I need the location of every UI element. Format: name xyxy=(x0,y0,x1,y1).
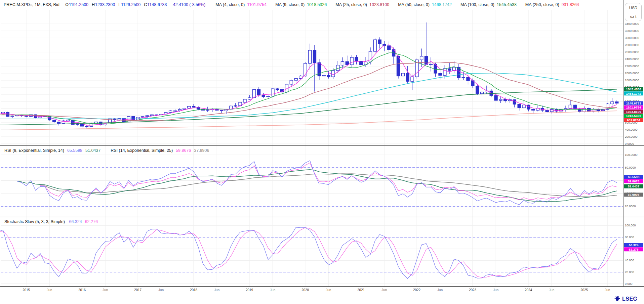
svg-text:100.000: 100.000 xyxy=(625,224,636,227)
candle-body xyxy=(420,56,423,60)
svg-text:Jun: Jun xyxy=(549,288,554,292)
svg-text:20.000: 20.000 xyxy=(625,270,634,274)
price-tag: 65.5598 xyxy=(624,175,643,179)
candle-body xyxy=(411,77,414,82)
lseg-crest-icon xyxy=(614,296,620,302)
price-tag: 62.276 xyxy=(624,247,643,251)
candle-body xyxy=(327,75,330,77)
candle-body xyxy=(439,73,442,75)
candle-body xyxy=(569,105,572,109)
currency-label: USD xyxy=(625,6,641,10)
rsi-legend-group[interactable]: RSI (9, Exponential, Simple, 14)65.55985… xyxy=(4,148,100,153)
stoch-label[interactable]: Stochastic Slow (5, 3, 3, Simple) xyxy=(4,219,65,224)
candle-body xyxy=(67,120,70,121)
svg-text:3000.0000: 3000.0000 xyxy=(625,36,639,40)
price-tag: 1545.4538 xyxy=(624,87,643,91)
candle-body xyxy=(532,109,535,110)
candle-body xyxy=(499,99,502,100)
svg-text:200.0000: 200.0000 xyxy=(625,135,638,138)
candle-body xyxy=(267,96,270,97)
price-tag: 931.8264 xyxy=(624,118,643,122)
candle-body xyxy=(494,95,497,100)
candle-body xyxy=(522,105,525,108)
candle-body xyxy=(290,80,293,84)
unit-label: oz t xyxy=(625,14,641,18)
candle-body xyxy=(220,110,223,111)
svg-text:80.000: 80.000 xyxy=(625,235,634,239)
rsi-value: 65.5598 xyxy=(67,148,82,153)
svg-text:Jun: Jun xyxy=(103,288,108,292)
net-change: -42.4100 (-3.56%) xyxy=(172,2,206,7)
svg-text:3400.0000: 3400.0000 xyxy=(625,22,639,26)
candle-body xyxy=(313,50,316,63)
price-tag: 37.9906 xyxy=(624,193,643,197)
candle-body xyxy=(39,117,42,118)
svg-text:Jun: Jun xyxy=(47,288,52,292)
price-tag: 1023.8100 xyxy=(624,110,643,114)
candle-body xyxy=(615,102,618,103)
svg-text:1148.6733: 1148.6733 xyxy=(626,101,641,105)
svg-text:2025: 2025 xyxy=(580,288,588,292)
candle-body xyxy=(504,99,507,101)
ohlc-field-h: H1233.2300 xyxy=(92,2,115,7)
instrument-title[interactable]: PREC.M.XPD=, 1M, FXS, Bid xyxy=(4,2,59,7)
ma-legend-item[interactable]: MA (100, close, 0)1545.4538 xyxy=(460,2,517,7)
svg-text:2015: 2015 xyxy=(23,288,30,292)
stoch-legend[interactable]: Stochastic Slow (5, 3, 3, Simple) 66.324… xyxy=(4,219,98,224)
candle-body xyxy=(350,57,353,65)
candle-body xyxy=(141,117,144,117)
chart-window: 0.0000200.0000400.0000600.0000800.000010… xyxy=(0,0,644,304)
price-tag: 1018.5326 xyxy=(624,114,643,118)
candle-body xyxy=(373,40,376,51)
lseg-logo: LSEG xyxy=(614,296,638,302)
svg-text:Jun: Jun xyxy=(158,288,164,292)
candle-body xyxy=(332,71,335,77)
stoch-panel-plot-area[interactable] xyxy=(1,217,623,287)
candle-body xyxy=(276,89,279,89)
svg-text:2016: 2016 xyxy=(78,288,86,292)
candle-body xyxy=(388,46,391,50)
svg-text:40.000: 40.000 xyxy=(625,259,634,262)
candle-body xyxy=(448,69,451,70)
ma-legend-item[interactable]: MA (25, close, 0)1023.8100 xyxy=(335,2,389,7)
svg-text:Jun: Jun xyxy=(381,288,387,292)
candle-body xyxy=(462,78,465,78)
ohlc-field-c: C1148.6733 xyxy=(144,2,167,7)
candle-body xyxy=(611,102,614,104)
rsi-value: 59.8676 xyxy=(176,148,191,153)
candle-body xyxy=(146,116,149,117)
rsi-legend[interactable]: RSI (9, Exponential, Simple, 14)65.55985… xyxy=(4,148,219,153)
svg-text:1023.8100: 1023.8100 xyxy=(626,110,641,114)
candle-body xyxy=(476,86,479,94)
svg-text:2600.0000: 2600.0000 xyxy=(625,50,639,54)
svg-text:2800.0000: 2800.0000 xyxy=(625,43,639,47)
svg-text:2200.0000: 2200.0000 xyxy=(625,64,639,68)
price-tag: 51.0437 xyxy=(624,184,643,188)
lseg-logo-text: LSEG xyxy=(622,296,638,302)
price-tag: 1468.1742 xyxy=(624,91,643,95)
svg-text:2020: 2020 xyxy=(301,288,309,292)
ma-legend-item[interactable]: MA (4, close, 0)1101.9754 xyxy=(215,2,267,7)
candle-body xyxy=(53,120,56,122)
candle-body xyxy=(188,106,191,108)
svg-text:1018.5326: 1018.5326 xyxy=(626,114,641,118)
candle-body xyxy=(481,92,484,94)
ma-legend-item[interactable]: MA (50, close, 0)1468.1742 xyxy=(398,2,452,7)
candle-body xyxy=(346,61,349,64)
svg-text:1101.9754: 1101.9754 xyxy=(626,105,641,109)
ma-legend-item[interactable]: MA (9, close, 0)1018.5326 xyxy=(275,2,327,7)
rsi-legend-group[interactable]: RSI (14, Exponential, Simple, 25)59.8676… xyxy=(111,148,209,153)
price-legend[interactable]: PREC.M.XPD=, 1M, FXS, Bid O1191.2500H123… xyxy=(4,2,588,7)
svg-text:65.5598: 65.5598 xyxy=(628,175,639,179)
rsi-value: 51.0437 xyxy=(85,148,100,153)
svg-text:62.276: 62.276 xyxy=(629,248,638,251)
candle-body xyxy=(6,112,9,117)
candle-body xyxy=(443,69,446,75)
svg-text:Jun: Jun xyxy=(493,288,498,292)
candle-body xyxy=(355,57,358,61)
candle-body xyxy=(57,122,61,123)
ma-legend-item[interactable]: MA (250, close, 0)931.8264 xyxy=(525,2,579,7)
axis-unit-box: USD oz t xyxy=(625,3,642,21)
svg-text:66.324: 66.324 xyxy=(629,243,639,247)
price-panel-plot-area[interactable] xyxy=(1,10,623,146)
